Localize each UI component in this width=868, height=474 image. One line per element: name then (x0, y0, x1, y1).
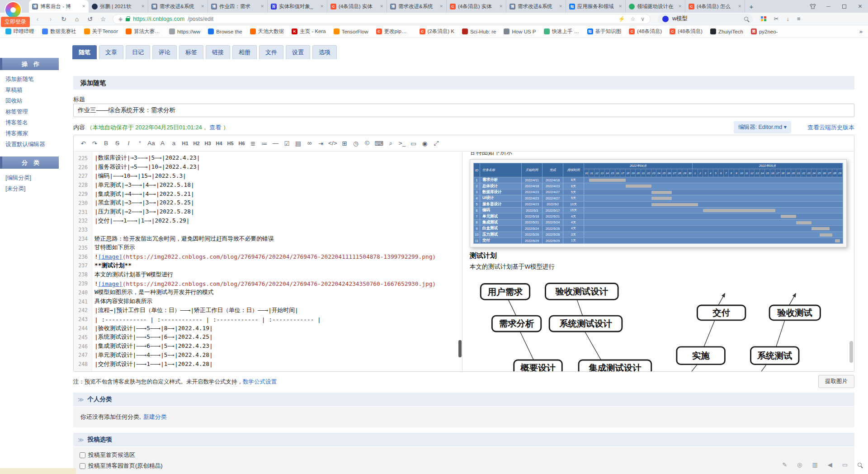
pagebreak-icon[interactable]: ⇥ (316, 137, 326, 149)
browser-tab[interactable]: 博需求改进&系统✕ (387, 0, 447, 13)
code-text[interactable]: 本文的测试计划基于W模型进行 (92, 271, 173, 279)
uppercase-icon[interactable]: A (157, 137, 168, 149)
minimize-icon[interactable]: ─ (821, 0, 836, 13)
close-tab-icon[interactable]: ✕ (380, 4, 383, 9)
close-tab-icon[interactable]: ✕ (201, 4, 204, 9)
login-now-badge[interactable]: 立即登录 (1, 17, 30, 27)
download-icon[interactable]: ↓ (786, 15, 789, 22)
brush-icon[interactable]: ✎ (782, 461, 787, 468)
lowercase-icon[interactable]: a (169, 137, 179, 149)
bookmark-item[interactable]: 快速上手 | V (544, 28, 580, 35)
admin-tab[interactable]: 链接 (206, 45, 230, 59)
html-entities-icon[interactable]: ⌨ (373, 137, 385, 149)
math-settings-link[interactable]: 数学公式设置 (243, 379, 277, 385)
admin-tab[interactable]: 评论 (152, 45, 177, 59)
undo-icon[interactable]: ↶ (78, 137, 89, 149)
submit-options-section-header[interactable]: ≫ 投稿选项 (73, 433, 854, 446)
close-tab-icon[interactable]: ✕ (141, 4, 145, 9)
h4-icon[interactable]: H4 (214, 137, 224, 149)
h3-icon[interactable]: H3 (203, 137, 213, 149)
close-tab-icon[interactable]: ✕ (260, 4, 264, 9)
close-tab-icon[interactable]: ✕ (738, 4, 741, 9)
speaker-icon[interactable]: ◀ (828, 461, 832, 468)
bookmark-item[interactable]: Browse the (208, 28, 242, 34)
personal-category-section-header[interactable]: ≫ 个人分类 (73, 393, 854, 406)
h1-icon[interactable]: H1 (180, 137, 190, 149)
close-tab-icon[interactable]: ✕ (559, 4, 562, 9)
submit-option[interactable]: 投稿至首页候选区 (80, 451, 854, 459)
menu-icon[interactable]: ≡ (797, 15, 801, 22)
browser-tab[interactable]: 领域驱动设计在✕ (626, 0, 685, 13)
code-text[interactable]: |交付测试设计|——→1——→|1—→|2022.4.28| (92, 360, 213, 368)
code-text[interactable]: ![image](https://img2022.cnblogs.com/blo… (92, 253, 436, 260)
back-icon[interactable]: ‹ (32, 15, 43, 23)
bookmark-item[interactable]: https://ww (169, 28, 200, 34)
shield-icon[interactable]: ◈ (118, 16, 123, 22)
close-tab-icon[interactable]: ✕ (439, 4, 443, 9)
bookmark-item[interactable]: ZhuiyiTech (710, 28, 743, 34)
post-title-input[interactable] (73, 104, 854, 117)
italic-icon[interactable]: I (123, 137, 134, 149)
close-tab-icon[interactable]: ✕ (678, 4, 682, 9)
screenshot-icon[interactable]: ✂ (774, 15, 779, 22)
favorite-icon[interactable]: ☆ (97, 15, 109, 23)
close-tab-icon[interactable]: ✕ (82, 4, 85, 9)
trash-icon[interactable]: ▥ (812, 461, 817, 468)
browser-tab[interactable]: 博作业四：需求✕ (208, 0, 268, 13)
bookmark-item[interactable]: 数据竞赛社 (42, 28, 76, 35)
redo-icon[interactable]: ↷ (90, 137, 100, 149)
list-ul-icon[interactable]: ≣ (248, 137, 258, 149)
code-text[interactable]: | :------------ | :------------ | :-----… (92, 316, 321, 323)
code-icon[interactable]: </> (327, 137, 339, 149)
admin-tab[interactable]: 设置 (286, 45, 310, 59)
home-icon[interactable]: ⌂ (71, 15, 83, 23)
admin-tab[interactable]: 随笔 (72, 45, 97, 59)
code-text[interactable]: |系统测试设计|——→5——→|6—→|2022.4.25| (92, 333, 213, 341)
sidebar-link[interactable]: 回收站 (0, 96, 59, 107)
bookmarks-overflow-icon[interactable]: » (859, 28, 863, 35)
bookmark-item[interactable]: TensorFlow (334, 28, 368, 34)
bookmark-item[interactable]: C更改pip源至 (376, 28, 412, 35)
h2-icon[interactable]: H2 (191, 137, 202, 149)
window-icon[interactable]: ▭ (842, 461, 848, 468)
preview-icon[interactable]: ◉ (420, 137, 430, 149)
bookmark-item[interactable]: 知基于知识图 (587, 28, 622, 35)
cloud-history-link[interactable]: 查看云端历史版本 (807, 123, 854, 132)
code-text[interactable]: |单元测试|→3——→|4—→|2022.5.18| (92, 181, 194, 189)
restore-icon[interactable] (836, 0, 852, 13)
fullscreen-icon[interactable]: ⤢ (431, 137, 441, 149)
goto-line-icon[interactable]: >_ (397, 137, 407, 149)
forward-icon[interactable]: › (45, 15, 57, 23)
strikethrough-icon[interactable]: S (112, 137, 123, 149)
flash-icon[interactable]: ⚡ (618, 16, 625, 22)
code-text[interactable]: |单元测试设计|——→4——→|5—→|2022.4.28| (92, 351, 213, 359)
source-pane[interactable]: 225|数据库设计|→3——→|5—→|2022.4.23|226|服务器设计|… (74, 152, 462, 371)
datetime-icon[interactable]: ◷ (351, 137, 361, 149)
search-box[interactable]: w模型 (658, 14, 753, 24)
bookmark-item[interactable]: 简py2neo- (751, 28, 778, 34)
expand-icon[interactable]: ∨ (641, 16, 645, 22)
code-text[interactable]: |流程→|预计工作日（单位：日）——→|矫正工作日（单位：日）——→|开始时间| (92, 307, 298, 314)
sidebar-link[interactable]: 博客搬家 (0, 128, 59, 139)
h6-icon[interactable]: H6 (236, 137, 247, 149)
new-category-link[interactable]: 新建分类 (143, 413, 167, 421)
sidebar-link[interactable]: [未分类] (0, 184, 59, 194)
admin-tab[interactable]: 文章 (99, 45, 123, 59)
list-ol-icon[interactable]: ≔ (259, 137, 269, 149)
ucwords-icon[interactable]: Aa (146, 137, 156, 149)
bookmark-item[interactable]: 算法大赛-天 (126, 28, 161, 35)
search-input[interactable]: w模型 (672, 15, 741, 23)
submit-option-checkbox[interactable] (80, 463, 85, 469)
submit-option[interactable]: 投稿至博客园首页(原创精品) (80, 462, 854, 470)
sidebar-link[interactable]: [编辑分类] (0, 173, 59, 184)
admin-tab[interactable]: 文件 (259, 45, 283, 59)
browser-tab[interactable]: C(4条消息) 实体✕ (327, 0, 387, 13)
bookmark-item[interactable]: C(2条消息) K (420, 28, 454, 35)
zoom-icon[interactable] (858, 463, 862, 467)
code-text[interactable]: **测试计划** (92, 262, 132, 270)
bold-icon[interactable]: B (101, 137, 111, 149)
recent-icon[interactable]: ↺ (84, 15, 96, 23)
browser-logo[interactable] (5, 1, 22, 19)
bookmark-item[interactable]: 天池大数据 (250, 28, 284, 35)
submit-option-checkbox[interactable] (80, 452, 85, 458)
